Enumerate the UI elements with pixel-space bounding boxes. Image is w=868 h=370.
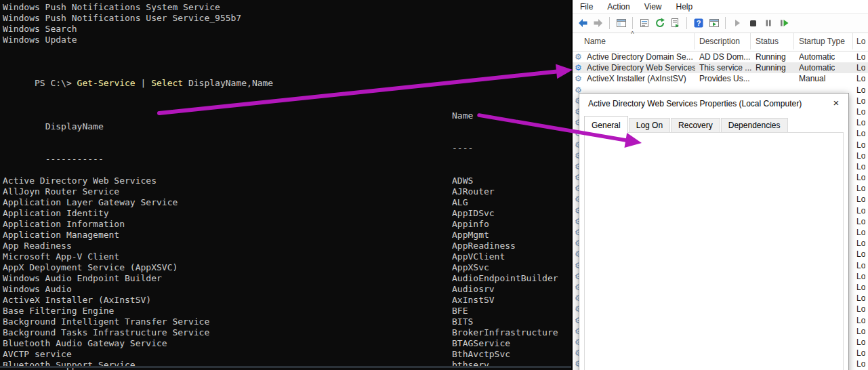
- terminal-scrollback: Windows Push Notifications System Servic…: [3, 2, 241, 45]
- service-log-on-as: Lo: [856, 96, 865, 106]
- column-header-log-on-as[interactable]: Lo: [856, 37, 865, 46]
- service-log-on-as: Lo: [856, 238, 865, 249]
- svg-text:?: ?: [696, 19, 701, 27]
- toolbar-separator: [725, 17, 726, 29]
- tab-dependencies[interactable]: Dependencies: [721, 118, 788, 133]
- column-divider[interactable]: [793, 33, 794, 49]
- column-divider[interactable]: [852, 33, 853, 49]
- toolbar-separator: [632, 17, 633, 29]
- menu-item-view[interactable]: View: [644, 2, 662, 12]
- gear-icon: ⚙: [575, 52, 582, 62]
- service-log-on-as: Lo: [856, 52, 865, 62]
- column-divider[interactable]: [694, 33, 695, 49]
- menu-item-file[interactable]: File: [580, 2, 593, 12]
- terminal-table-row: AllJoyn Router ServiceAJRouter: [3, 186, 241, 197]
- start-service-icon[interactable]: [731, 18, 743, 29]
- tab-log-on[interactable]: Log On: [629, 118, 670, 133]
- toolbar-separator: [686, 17, 687, 29]
- terminal-bottom-edge: [0, 366, 571, 368]
- service-short-name: AudioEndpointBuilder: [452, 273, 558, 284]
- terminal-line: Windows Push Notifications User Service_…: [3, 13, 241, 24]
- terminal-table-row: Application InformationAppinfo: [3, 219, 241, 230]
- service-log-on-as: Lo: [856, 205, 865, 216]
- screen: Windows Push Notifications System Servic…: [0, 0, 868, 370]
- service-log-on-as: Lo: [856, 260, 865, 271]
- service-log-on-as: Lo: [856, 73, 865, 84]
- service-display-name: Bluetooth Audio Gateway Service: [3, 338, 167, 348]
- toolbar-separator: [609, 17, 610, 29]
- service-short-name: BITS: [452, 316, 473, 327]
- terminal-table-rule: ----------- ----: [3, 143, 241, 154]
- service-log-on-as: Lo: [856, 117, 865, 128]
- service-log-on-as: Lo: [856, 271, 865, 282]
- service-short-name: AxInstSV: [452, 295, 495, 306]
- pause-service-icon[interactable]: [762, 18, 774, 29]
- service-description: AD DS Dom...: [699, 52, 753, 62]
- back-icon[interactable]: [577, 18, 588, 29]
- stop-service-icon[interactable]: [747, 18, 758, 29]
- console-tree-icon[interactable]: [615, 18, 627, 29]
- sort-ascending-icon: ^: [631, 30, 634, 38]
- show-window-icon[interactable]: [708, 18, 720, 29]
- service-log-on-as: Lo: [856, 150, 865, 161]
- service-display-name: Bluetooth Support Service: [3, 360, 136, 370]
- service-display-name: AppX Deployment Service (AppXSVC): [3, 262, 178, 272]
- column-header-description[interactable]: Description: [699, 37, 740, 46]
- terminal-table-row: Windows AudioAudiosrv: [3, 284, 241, 295]
- service-short-name: AJRouter: [452, 186, 495, 197]
- column-header-status[interactable]: Status: [756, 37, 779, 46]
- service-log-on-as: Lo: [856, 315, 865, 326]
- restart-service-icon[interactable]: [778, 18, 789, 29]
- terminal-select: Select: [151, 78, 183, 88]
- service-log-on-as: Lo: [856, 172, 865, 183]
- service-startup-type: Automatic: [799, 52, 835, 62]
- gear-icon: ⚙: [575, 62, 582, 73]
- close-icon[interactable]: ×: [825, 95, 847, 111]
- menu-item-help[interactable]: Help: [676, 2, 693, 12]
- menu-bar: FileActionViewHelp: [573, 0, 868, 13]
- terminal-table-row: Bluetooth Support Servicebthserv: [3, 360, 241, 370]
- service-short-name: Audiosrv: [452, 284, 495, 295]
- terminal-table-row: Background Tasks Infrastructure ServiceB…: [3, 327, 241, 338]
- column-header-name[interactable]: Name: [584, 37, 606, 46]
- properties-icon[interactable]: [638, 18, 650, 29]
- service-short-name: BthAvctpSvc: [452, 349, 510, 360]
- service-display-name: Active Directory Web Services: [3, 176, 157, 186]
- service-short-name: AppMgmt: [452, 230, 489, 241]
- terminal-cmdlet: Get-Service: [77, 78, 136, 88]
- service-row[interactable]: ⚙ActiveX Installer (AxInstSV)Provides Us…: [573, 73, 868, 84]
- terminal-line: Windows Search: [3, 24, 241, 35]
- service-short-name: bthserv: [452, 360, 489, 370]
- terminal-table-row: Background Intelligent Transfer ServiceB…: [3, 316, 241, 327]
- terminal-table-row: Active Directory Web ServicesADWS: [3, 176, 241, 186]
- service-short-name: ADWS: [452, 176, 473, 186]
- export-list-icon[interactable]: [669, 18, 681, 29]
- service-short-name: ALG: [452, 197, 468, 208]
- forward-icon[interactable]: [592, 18, 604, 29]
- terminal-table-row: Bluetooth Audio Gateway ServiceBTAGServi…: [3, 338, 241, 349]
- menu-item-action[interactable]: Action: [607, 2, 629, 12]
- service-name: Active Directory Web Services: [587, 62, 695, 73]
- service-display-name: Background Tasks Infrastructure Service: [3, 327, 209, 337]
- service-log-on-as: Lo: [856, 128, 865, 139]
- service-display-name: Application Layer Gateway Service: [3, 197, 178, 207]
- service-row[interactable]: ⚙Active Directory Domain Se...AD DS Dom.…: [573, 52, 868, 62]
- service-log-on-as: Lo: [856, 337, 865, 348]
- help-icon[interactable]: ?: [693, 18, 704, 29]
- service-log-on-as: Lo: [856, 62, 865, 73]
- service-log-on-as: Lo: [856, 183, 865, 194]
- service-startup-type: Manual: [799, 73, 825, 84]
- terminal-table-row: Application Layer Gateway ServiceALG: [3, 197, 241, 208]
- service-display-name: Application Identity: [3, 208, 109, 218]
- column-divider[interactable]: [750, 33, 751, 49]
- service-row[interactable]: ⚙Active Directory Web ServicesThis servi…: [573, 62, 868, 73]
- dialog-titlebar[interactable]: Active Directory Web Services Properties…: [579, 94, 848, 114]
- tab-general[interactable]: General: [584, 116, 628, 133]
- service-log-on-as: Lo: [856, 216, 865, 227]
- refresh-icon[interactable]: [654, 18, 665, 29]
- powershell-terminal[interactable]: Windows Push Notifications System Servic…: [0, 0, 571, 370]
- service-startup-type: Automatic: [799, 62, 835, 73]
- column-header-startup-type[interactable]: Startup Type: [799, 37, 845, 46]
- tab-recovery[interactable]: Recovery: [671, 118, 720, 133]
- terminal-table-row: Microsoft App-V ClientAppVClient: [3, 251, 241, 262]
